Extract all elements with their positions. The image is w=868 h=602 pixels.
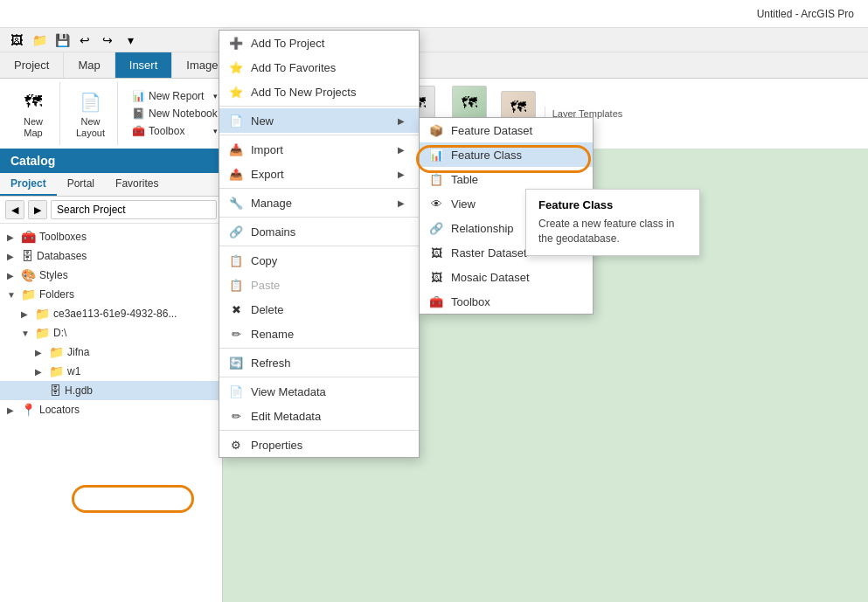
undo-btn[interactable]: ↩ [75,31,94,50]
separator-6 [219,348,419,349]
menu-add-project[interactable]: ➕ Add To Project [219,31,419,55]
menu-manage-label: Manage [251,197,292,210]
properties-icon: ⚙ [228,437,244,453]
menu-add-new-projects[interactable]: ⭐ Add To New Projects [219,80,419,104]
relationship-icon: 🔗 [428,220,444,236]
tree-item-databases[interactable]: ▶ 🗄 Databases [0,246,222,266]
styles-label: Styles [39,269,68,281]
toggle-locators: ▶ [7,405,21,415]
menu-export-label: Export [251,168,284,181]
rename-icon: ✏ [228,326,244,342]
redo-btn[interactable]: ↪ [98,31,117,50]
title-bar: Untitled - ArcGIS Pro [0,0,868,28]
tab-map[interactable]: Map [64,52,115,78]
catalog-tab-portal[interactable]: Portal [57,173,105,196]
w1-label: w1 [67,365,80,377]
menu-manage[interactable]: 🔧 Manage ▶ [219,190,419,215]
drive-label: D:\ [53,327,66,339]
tab-project[interactable]: Project [0,52,64,78]
tree-item-toolboxes[interactable]: ▶ 🧰 Toolboxes [0,227,222,246]
save-btn[interactable]: 💾 [52,31,72,50]
menu-refresh-label: Refresh [251,356,291,370]
new-notebook-button[interactable]: 📓 New Notebook [128,106,221,121]
menu-import[interactable]: 📥 Import ▶ [219,137,419,162]
folders-label: Folders [39,288,74,301]
submenu-table[interactable]: 📋 Table [420,167,593,191]
back-button[interactable]: ◀ [5,200,24,219]
separator-5 [219,246,419,246]
search-input[interactable] [51,200,217,219]
open-btn[interactable]: 📁 [30,31,49,50]
domains-icon: 🔗 [228,224,244,239]
feature-class-icon: 📊 [428,147,444,163]
menu-properties[interactable]: ⚙ Properties [219,432,419,457]
menu-domains[interactable]: 🔗 Domains [219,219,419,244]
catalog-header: Catalog [0,149,222,173]
catalog-tabs: Project Portal Favorites [0,173,222,197]
new-items-list: 📊 New Report ▾ 📓 New Notebook 🧰 Toolbox … [128,88,221,139]
relationship-label: Relationship [451,222,514,235]
copy-icon: 📋 [228,253,244,268]
ribbon-group-new-map: 🗺 NewMap [7,82,60,145]
submenu-feature-class[interactable]: 📊 Feature Class [420,142,593,167]
submenu-feature-dataset[interactable]: 📦 Feature Dataset [420,118,593,142]
feature-class-tooltip: Feature Class Create a new feature class… [525,189,700,256]
tree-item-folders[interactable]: ▼ 📁 Folders [0,285,222,304]
menu-export[interactable]: 📤 Export ▶ [219,162,419,186]
report-arrow: ▾ [213,92,218,100]
tree-item-locators[interactable]: ▶ 📍 Locators [0,400,222,419]
databases-icon: 🗄 [21,249,33,263]
menu-copy[interactable]: 📋 Copy [219,248,419,273]
drive-icon: 📁 [35,326,50,340]
menu-add-project-label: Add To Project [251,37,324,50]
menu-rename[interactable]: ✏ Rename [219,322,419,346]
add-project-icon: ➕ [228,35,244,51]
new-map-button[interactable]: 🗺 NewMap [14,86,52,141]
menu-view-metadata[interactable]: 📄 View Metadata [219,379,419,404]
new-report-button[interactable]: 📊 New Report ▾ [128,88,221,104]
import-arrow-icon: ▶ [398,145,405,155]
forward-button[interactable]: ▶ [28,200,47,219]
toggle-folders: ▼ [7,290,21,300]
toolbox-icon: 🧰 [132,125,145,137]
styles-icon: 🎨 [21,268,36,282]
separator-4 [219,217,419,218]
menu-add-favorites-label: Add To Favorites [251,61,336,74]
menu-edit-metadata-label: Edit Metadata [251,410,321,423]
menu-paste[interactable]: 📋 Paste [219,273,419,297]
menu-domains-label: Domains [251,225,295,239]
tree-item-hgdb[interactable]: 🗄 H.gdb [0,381,222,400]
new-notebook-label: New Notebook [149,107,218,120]
catalog-tab-favorites[interactable]: Favorites [105,173,169,196]
tree-item-ce3ae[interactable]: ▶ 📁 ce3ae113-61e9-4932-86... [0,304,222,323]
notebook-icon: 📓 [132,107,145,120]
paste-icon: 📋 [228,277,244,293]
menu-refresh[interactable]: 🔄 Refresh [219,350,419,375]
menu-new[interactable]: 📄 New ▶ [219,108,419,133]
submenu-mosaic-dataset[interactable]: 🖼 Mosaic Dataset [420,265,593,289]
tree-item-styles[interactable]: ▶ 🎨 Styles [0,266,222,285]
menu-edit-metadata[interactable]: ✏ Edit Metadata [219,404,419,428]
toggle-ce3ae: ▶ [21,309,35,319]
tab-insert[interactable]: Insert [115,52,173,78]
dropdown-btn[interactable]: ▾ [121,31,140,50]
new-report-label: New Report [149,90,204,102]
new-layout-button[interactable]: 📄 NewLayout [71,86,110,141]
jifna-label: Jifna [67,346,89,358]
tooltip-title: Feature Class [538,198,687,211]
toolbox-button[interactable]: 🧰 Toolbox ▾ [128,123,221,139]
report-icon: 📊 [132,90,145,102]
view-label: View [451,197,476,211]
separator-3 [219,188,419,189]
menu-add-favorites[interactable]: ⭐ Add To Favorites [219,55,419,80]
catalog-nav: ◀ ▶ [0,197,222,224]
submenu-toolbox[interactable]: 🧰 Toolbox [420,289,593,314]
ribbon-group-new-layout: 📄 NewLayout [64,82,118,145]
catalog-tab-project[interactable]: Project [0,173,57,196]
app-icon[interactable]: 🖼 [7,31,26,50]
tree-item-jifna[interactable]: ▶ 📁 Jifna [0,343,222,362]
tree-item-drive[interactable]: ▼ 📁 D:\ [0,323,222,343]
folders-icon: 📁 [21,287,36,301]
menu-delete[interactable]: ✖ Delete [219,297,419,322]
tree-item-w1[interactable]: ▶ 📁 w1 [0,362,222,381]
